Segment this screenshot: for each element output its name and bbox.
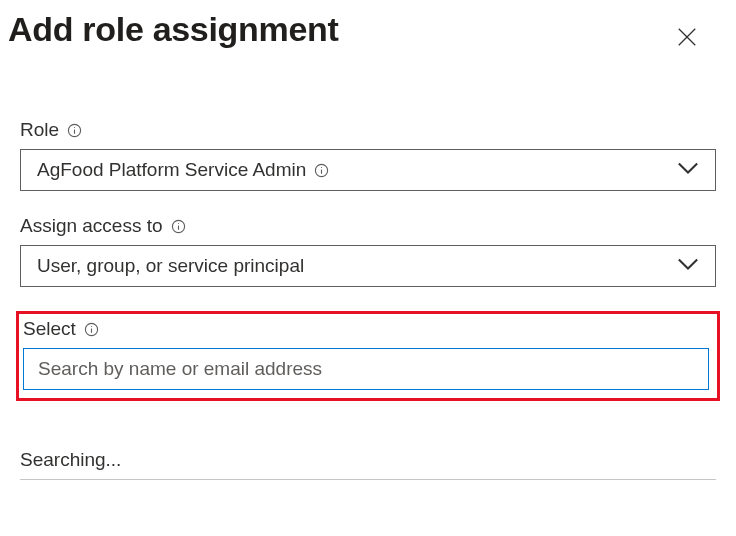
info-icon[interactable] — [67, 123, 82, 138]
assign-field-group: Assign access to User, group, or service… — [20, 215, 716, 287]
role-field-group: Role AgFood Platform Service Admin — [20, 119, 716, 191]
svg-point-13 — [91, 325, 92, 326]
close-icon — [676, 36, 698, 51]
svg-point-7 — [321, 166, 322, 167]
close-button[interactable] — [668, 18, 706, 59]
select-highlight-box: Select — [16, 311, 720, 401]
role-value-text: AgFood Platform Service Admin — [37, 159, 306, 181]
select-label: Select — [23, 318, 76, 340]
role-label: Role — [20, 119, 59, 141]
search-status-text: Searching... — [20, 449, 121, 470]
panel-header: Add role assignment — [0, 0, 736, 59]
select-search-input[interactable] — [23, 348, 709, 390]
role-dropdown[interactable]: AgFood Platform Service Admin — [20, 149, 716, 191]
select-label-row: Select — [23, 318, 709, 340]
svg-point-4 — [74, 126, 75, 127]
role-dropdown-value: AgFood Platform Service Admin — [37, 159, 329, 181]
assign-dropdown[interactable]: User, group, or service principal — [20, 245, 716, 287]
info-icon[interactable] — [84, 322, 99, 337]
assign-label-row: Assign access to — [20, 215, 716, 237]
form-body: Role AgFood Platform Service Admin Assig… — [0, 59, 736, 480]
assign-label: Assign access to — [20, 215, 163, 237]
search-results-section: Searching... — [20, 449, 716, 480]
info-icon[interactable] — [171, 219, 186, 234]
role-label-row: Role — [20, 119, 716, 141]
assign-dropdown-value: User, group, or service principal — [37, 255, 304, 277]
chevron-down-icon — [677, 257, 699, 275]
panel-title: Add role assignment — [8, 10, 339, 49]
info-icon[interactable] — [314, 163, 329, 178]
chevron-down-icon — [677, 161, 699, 179]
svg-point-10 — [178, 222, 179, 223]
